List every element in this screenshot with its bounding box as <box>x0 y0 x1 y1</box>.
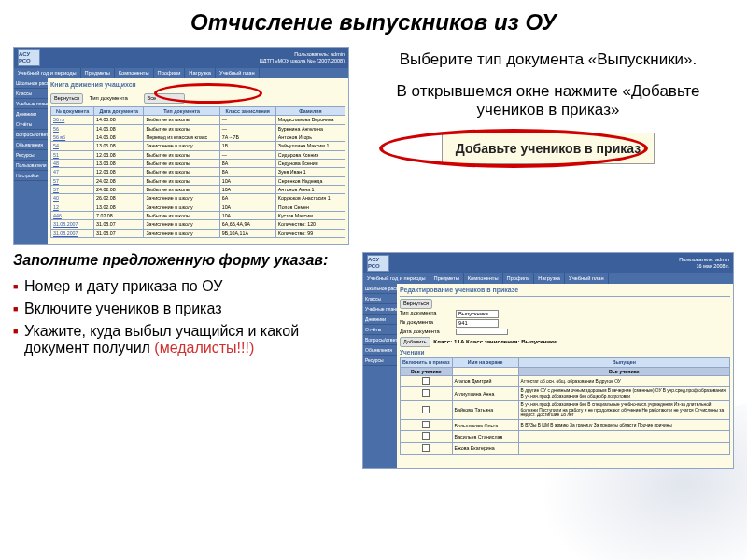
page-heading: Редактирование учеников в приказе <box>400 287 730 297</box>
sidebar-item[interactable]: Вопросы/ответы <box>14 130 48 140</box>
table-row: Байкова ТатьянаВ уч.нач.проф.образования… <box>401 400 730 419</box>
table-row: 5724.02.08Выбытие из школы10ААнтонов Анн… <box>51 186 345 194</box>
slide-title: Отчисление выпускников из ОУ <box>0 9 747 35</box>
topbar-user: Пользователь: admin ЦДТП «МОУ школа №» (… <box>260 51 345 63</box>
table-row: Аглиуллина АннаВ другие ОУ с дневным очн… <box>401 387 730 401</box>
back-button[interactable]: Вернуться <box>400 299 432 309</box>
tab[interactable]: Учебный год и периоды <box>363 273 430 284</box>
tab[interactable]: Учебный план <box>216 68 260 78</box>
doctype-label: Тип документа <box>400 310 456 318</box>
table-row: 31.08.200731.08.07Зачисление в школу9Б,1… <box>51 229 345 237</box>
sidebar-item[interactable]: Ресурсы <box>363 356 397 366</box>
table-row: 1213.02.08Зачисление в школу10АПопов Сем… <box>51 203 345 211</box>
checkbox[interactable] <box>422 389 430 397</box>
instructions-left: Заполните предложенную форму указав: Ном… <box>13 252 349 469</box>
callout-add-students: Добавьте учеников в приказ <box>442 133 655 164</box>
add-button[interactable]: Добавить <box>400 337 430 347</box>
table-row: 5614.05.08Выбытие из школы—Буренина Анге… <box>51 124 345 133</box>
table-row: Васильев Станислав <box>401 431 730 442</box>
select-all[interactable]: Все ученики <box>518 367 729 375</box>
sidebar-item[interactable]: Учебные планы <box>363 304 397 315</box>
table-row: 56 вб14.05.08Перевод из класса в класс7А… <box>51 133 345 141</box>
movements-table: № документа Дата документа Тип документа… <box>50 106 345 238</box>
sidebar-item[interactable]: Объявления <box>14 140 48 150</box>
sidebar-item[interactable]: Ресурсы <box>14 150 48 161</box>
instructions-right: Выберите тип документа «Выпускники». В о… <box>362 47 734 245</box>
table-row: 5413.05.08Зачисление в школу1БЗайнуллина… <box>51 142 345 150</box>
screenshot-1: АСУ РСО Пользователь: admin ЦДТП «МОУ шк… <box>13 47 349 245</box>
checkbox[interactable] <box>422 421 430 428</box>
docnum-label: № документа <box>400 319 456 328</box>
docdate-input[interactable] <box>456 329 508 335</box>
table-row: 56 гл14.05.08Выбытие из школы—Мадасламов… <box>51 116 345 124</box>
doctype-value[interactable]: Выпускники <box>456 310 499 318</box>
topbar-user: Пользователь: admin 16 мая 2008 г. <box>679 257 729 269</box>
instruction-step1: Выберите тип документа «Выпускники». <box>362 50 734 69</box>
table-row: 4712.03.08Выбытие из школы8АЗуев Иван 1 <box>51 168 345 176</box>
nav-tabs[interactable]: Учебный год и периоды Предметы Компонент… <box>14 68 348 78</box>
table-row: 5112.03.08Выбытие из школы—Сидорова Ксен… <box>51 150 345 159</box>
sidebar-item[interactable]: Вопросы/ответы <box>363 335 397 345</box>
class-info: Класс: 11А Класс зачисления: Выпускники <box>433 338 557 344</box>
table-row: Ежова Екатерина <box>401 442 730 454</box>
tab[interactable]: Предметы <box>81 68 115 78</box>
tab[interactable]: Нагрузка <box>185 68 216 78</box>
sidebar-item[interactable]: Классы <box>363 294 397 304</box>
table-row: Большакова ОльгаВ ВУЗы В ЦМ В армию За г… <box>401 420 730 431</box>
checkbox[interactable] <box>422 406 430 413</box>
tab[interactable]: Профили <box>503 273 535 284</box>
sidebar-item[interactable]: Учебные планы <box>14 99 48 109</box>
screenshot-2: АСУ РСО Пользователь: admin 16 мая 2008 … <box>362 252 734 469</box>
sidebar-item[interactable]: Объявления <box>363 345 397 356</box>
checkbox[interactable] <box>422 444 430 452</box>
tab[interactable]: Профили <box>154 68 186 78</box>
sidebar-item[interactable]: Пользователи <box>14 161 48 171</box>
sidebar-item[interactable]: Классы <box>14 89 48 99</box>
bullet: Включите учеников в приказ <box>13 301 349 317</box>
app-logo: АСУ РСО <box>18 49 40 66</box>
sidebar-item[interactable]: Дневники <box>14 109 48 119</box>
sidebar-item[interactable]: Отчёты <box>363 325 397 335</box>
tab[interactable]: Учебный план <box>565 273 609 284</box>
tab[interactable]: Предметы <box>430 273 464 284</box>
back-button[interactable]: Вернуться <box>50 93 83 104</box>
sidebar: Школьное расписание Классы Учебные планы… <box>363 284 397 469</box>
students-subhead: Ученики <box>400 349 730 357</box>
instruction-step2: В открывшемся окне нажмите «Добавьте уче… <box>362 82 734 119</box>
tab[interactable]: Нагрузка <box>534 273 565 284</box>
sidebar: Школьное расписание Классы Учебные планы… <box>14 78 48 245</box>
students-table: Включить в приказ Имя на экране Выпущен … <box>400 357 730 455</box>
docnum-input[interactable]: 941 <box>456 319 499 328</box>
table-row: 31.08.200731.08.07Зачисление в школу6А,6… <box>51 220 345 229</box>
docdate-label: Дата документа <box>400 329 456 335</box>
table-row: 4467.02.08Выбытие из школы10АКустов Макс… <box>51 212 345 220</box>
table-row: 5724.02.08Выбытие из школы10АСеренков На… <box>51 176 345 185</box>
tab[interactable]: Учебный год и периоды <box>14 68 81 78</box>
table-row: 4813.03.08Выбытие из школы8АСедунова Ксе… <box>51 160 345 168</box>
doctype-select[interactable]: Все <box>144 93 185 104</box>
sidebar-item[interactable]: Школьное расписание <box>14 78 48 89</box>
sidebar-item[interactable]: Школьное расписание <box>363 284 397 294</box>
sidebar-item[interactable]: Настройки <box>14 171 48 181</box>
app-logo: АСУ РСО <box>367 255 389 272</box>
bullet: Укажите, куда выбыл учащийся и какой док… <box>13 323 349 357</box>
tab[interactable]: Компоненты <box>115 68 154 78</box>
sidebar-item[interactable]: Отчёты <box>14 119 48 130</box>
checkbox[interactable] <box>422 432 430 440</box>
checkbox[interactable] <box>422 377 430 385</box>
table-row: Агапов ДмитрийАттестат об осн. общ. обра… <box>401 375 730 386</box>
form-intro: Заполните предложенную форму указав: <box>13 252 349 269</box>
select-all[interactable]: Все ученики <box>401 367 453 375</box>
page-heading: Книга движения учащихся <box>50 81 345 91</box>
table-row: 4026.02.08Зачисление в школу6АКордюков А… <box>51 194 345 203</box>
sidebar-item[interactable]: Дневники <box>363 315 397 325</box>
bullet: Номер и дату приказа по ОУ <box>13 278 349 295</box>
tab[interactable]: Компоненты <box>464 273 503 284</box>
doctype-label: Тип документа <box>90 95 142 102</box>
nav-tabs[interactable]: Учебный год и периоды Предметы Компонент… <box>363 273 733 284</box>
